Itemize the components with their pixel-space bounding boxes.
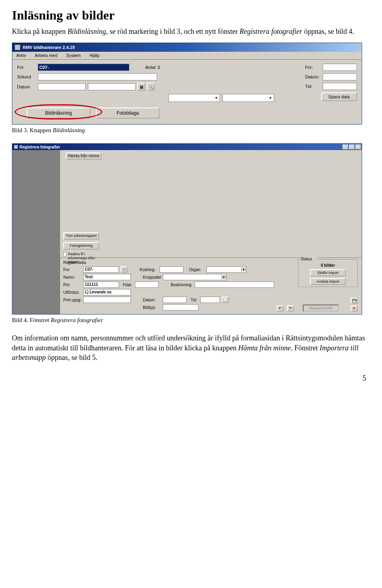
menu-hjalp[interactable]: Hjälp bbox=[88, 53, 101, 58]
caption-bild4: Bild 4. Fönstret Registrera fotografier bbox=[12, 317, 370, 324]
spara-data-button[interactable]: Spara data bbox=[321, 92, 357, 101]
titlebar: RMV bildhanterare 2.4.19 bbox=[12, 43, 362, 52]
avsluta-import-button[interactable]: Avsluta import bbox=[310, 278, 346, 285]
record-icon[interactable]: ● bbox=[351, 305, 358, 312]
status-label: Status bbox=[301, 257, 317, 261]
fdat-label: Fdat: bbox=[123, 283, 135, 287]
organ-label: Organ: bbox=[189, 268, 207, 272]
fnr2-input[interactable] bbox=[323, 64, 357, 71]
namn-input[interactable]: Test bbox=[83, 274, 131, 280]
registrera-fotografier-window: Registrera fotografier _ □ × Hämta från … bbox=[12, 143, 362, 315]
utford-label: Utfördus: bbox=[63, 290, 83, 295]
menu-arbeta-med[interactable]: Arbeta med bbox=[33, 53, 59, 58]
app-icon bbox=[15, 45, 20, 50]
fnr2-label: Fnr: bbox=[305, 65, 323, 70]
tid-bf-input[interactable] bbox=[200, 297, 220, 303]
fotobilaga-button[interactable]: Fotobilaga bbox=[96, 107, 160, 119]
window-title: RMV bildhanterare 2.4.19 bbox=[23, 45, 75, 50]
page-number: 5 bbox=[12, 374, 370, 383]
beskrivning-label: Beskrivning: bbox=[171, 283, 195, 287]
caption4-em: Registrera fotografier bbox=[51, 317, 103, 323]
status-group: Status 0 bilder Slutför import Avsluta i… bbox=[298, 259, 358, 287]
minimize-icon[interactable]: _ bbox=[343, 145, 348, 149]
datum2-label: Datum: bbox=[305, 74, 323, 79]
redo-icon[interactable]: ↷ bbox=[287, 305, 294, 312]
right-panel: Fnr: Datum: Tid: Spara data bbox=[305, 64, 357, 101]
kroppsdel-dropdown[interactable] bbox=[163, 274, 226, 280]
search-icon[interactable]: 🔍 bbox=[147, 83, 155, 91]
intro-text: Klicka på knappen bbox=[12, 27, 67, 35]
menu-arkiv[interactable]: Arkiv bbox=[15, 53, 27, 58]
bildinlasning-button[interactable]: Bildinläsning bbox=[27, 107, 90, 119]
datum-to-input[interactable] bbox=[88, 83, 136, 90]
preluppg-input[interactable] bbox=[83, 297, 131, 303]
beskrivning-input[interactable] bbox=[195, 281, 274, 288]
pnr-input[interactable]: 111111 bbox=[83, 281, 119, 288]
status-count: 0 bilder bbox=[301, 263, 355, 268]
pnr-label: Pnr: bbox=[63, 283, 83, 287]
intro-em1: Bildinläsning bbox=[67, 27, 106, 35]
radera-checkbox[interactable] bbox=[63, 252, 66, 256]
page-heading: Inläsning av bilder bbox=[12, 8, 370, 23]
organ-dropdown[interactable] bbox=[207, 266, 246, 273]
tid-bf-label: Tid: bbox=[191, 298, 200, 302]
window2-title: Registrera fotografier bbox=[19, 145, 60, 149]
registrera-bild-button: Registrera bild bbox=[303, 305, 339, 312]
intro-paragraph: Klicka på knappen Bildinläsning, se röd … bbox=[12, 27, 370, 36]
maximize-icon[interactable]: □ bbox=[349, 145, 355, 149]
main-panel: Hämta från minne Töm arbetsmappen Felreg… bbox=[60, 150, 362, 314]
caption3-em: Bildinläsning bbox=[53, 127, 85, 133]
para2-b: . Fönstret bbox=[291, 344, 320, 352]
preluppg-label: Prel uppg: bbox=[63, 298, 83, 302]
fnr-label: Fnr bbox=[17, 65, 38, 70]
tid-label: Tid: bbox=[305, 84, 323, 89]
register-data-form: Registerdata Status 0 bilder Slutför imp… bbox=[60, 258, 362, 314]
para2-c: öppnas, se bild 5. bbox=[46, 354, 97, 361]
clock-icon[interactable]: 🕒 bbox=[222, 297, 229, 303]
kroppsdel-label: Kroppsdel: bbox=[143, 275, 163, 279]
datum2-input[interactable] bbox=[323, 73, 357, 80]
menubar: Arkiv Arbeta med System Hjälp bbox=[12, 52, 362, 60]
bf-fnr-label: Fnr: bbox=[63, 268, 83, 272]
slutfor-import-button[interactable]: Slutför import bbox=[310, 269, 346, 276]
utford-input[interactable]: L) Levande us bbox=[83, 289, 131, 295]
caption3-text: Bild 3. Knappen bbox=[12, 127, 53, 133]
undo-icon[interactable]: ↶ bbox=[277, 305, 284, 312]
antal-label: Antal: 0 bbox=[145, 65, 160, 70]
para2-em1: Hämta från minne bbox=[238, 344, 291, 352]
sokord-label: Sökord bbox=[17, 74, 38, 79]
namn-label: Namn: bbox=[63, 275, 83, 279]
bf-fnr-input[interactable]: C07- bbox=[83, 266, 119, 273]
bildtyp-label: Bildtyp: bbox=[143, 305, 163, 310]
calendar-icon[interactable]: ▦ bbox=[137, 83, 145, 91]
sokord-input[interactable] bbox=[38, 73, 157, 80]
intro-text3: öppnas, se bild 4. bbox=[302, 27, 354, 35]
dropdown-1[interactable] bbox=[168, 94, 220, 102]
hamta-fran-minne-button[interactable]: Hämta från minne bbox=[66, 152, 101, 160]
tid-input[interactable] bbox=[323, 83, 357, 90]
felregistrering-button[interactable]: Felregistrering bbox=[63, 242, 99, 250]
datum-label: Datum bbox=[17, 84, 38, 89]
caption-bild3: Bild 3. Knappen Bildinläsning bbox=[12, 127, 370, 134]
menu-system[interactable]: System bbox=[64, 53, 82, 58]
caption4-text: Bild 4. Fönstret bbox=[12, 317, 51, 323]
datum-bf-label: Datum: bbox=[143, 298, 163, 302]
kodning-label: Kodning: bbox=[140, 268, 160, 272]
fdat-input[interactable] bbox=[135, 281, 159, 288]
kodning-input[interactable] bbox=[160, 266, 183, 273]
form-area: Fnr C07- Antal: 0 Sökord Datum ▦ 🔍 Fnr: … bbox=[12, 60, 362, 124]
dropdown-2[interactable] bbox=[222, 94, 274, 102]
bildtyp-input[interactable] bbox=[163, 304, 199, 311]
tom-arbetsmappen-button[interactable]: Töm arbetsmappen bbox=[63, 232, 99, 240]
intro-text2: , se röd markering i bild 3, och ett nyt… bbox=[106, 27, 239, 35]
titlebar2: Registrera fotografier _ □ × bbox=[12, 144, 362, 150]
closing-paragraph: Om information om namn, personnummer och… bbox=[12, 333, 370, 362]
datum-from-input[interactable] bbox=[38, 83, 86, 90]
thumbnail-sidebar bbox=[12, 150, 60, 314]
close-icon[interactable]: × bbox=[355, 145, 361, 149]
fnr-input[interactable]: C07- bbox=[38, 64, 129, 71]
datum-bf-input[interactable] bbox=[163, 297, 187, 303]
save-icon[interactable]: 💾 bbox=[351, 298, 358, 304]
fnr-lookup-icon[interactable]: ⌕ bbox=[121, 266, 128, 273]
rmv-window: RMV bildhanterare 2.4.19 Arkiv Arbeta me… bbox=[12, 43, 362, 125]
